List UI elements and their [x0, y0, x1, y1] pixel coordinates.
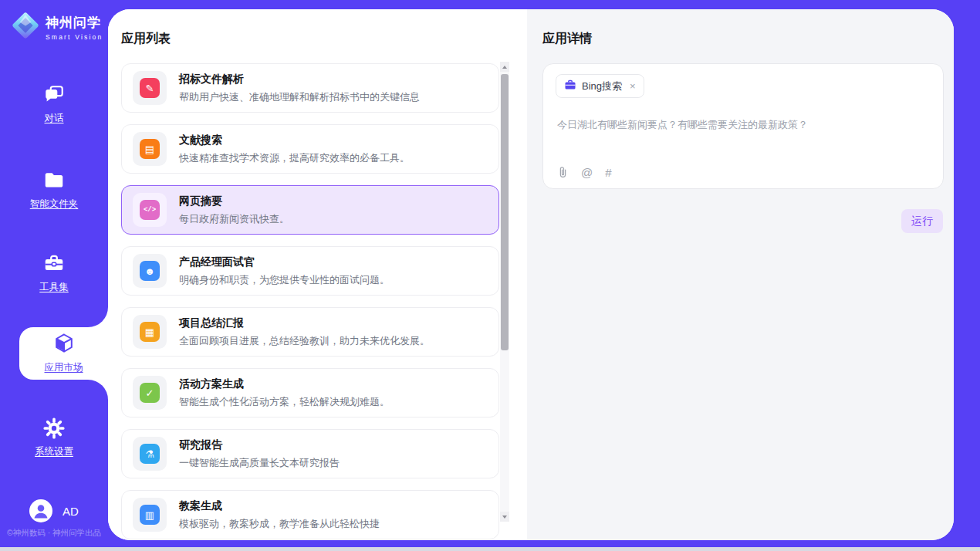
app-icon-frame: ⚗	[133, 437, 167, 471]
books-icon: ▥	[140, 505, 160, 525]
app-name: 活动方案生成	[179, 377, 390, 391]
interviewer-icon: ☻	[140, 261, 160, 281]
sidebar-item-app-market[interactable]: 应用市场	[19, 327, 108, 380]
app-icon-frame: ☻	[133, 254, 167, 288]
clipboard-check-icon: ✓	[140, 383, 160, 403]
mention-at-icon[interactable]: @	[581, 166, 593, 179]
app-desc: 帮助用户快速、准确地理解和解析招标书中的关键信息	[179, 90, 420, 104]
avatar	[29, 499, 52, 522]
window-bottom-edge	[0, 547, 980, 551]
scroll-down-icon	[502, 516, 507, 519]
app-card-lesson-plan[interactable]: ▥ 教案生成 模板驱动，教案秒成，教学准备从此轻松快捷	[121, 490, 499, 539]
app-name: 网页摘要	[179, 194, 289, 208]
scroll-up-icon	[502, 66, 507, 69]
app-card-research-report[interactable]: ⚗ 研究报告 一键智能生成高质量长文本研究报告	[121, 429, 499, 478]
app-card-project-summary[interactable]: ▦ 项目总结汇报 全面回顾项目进展，总结经验教训，助力未来优化发展。	[121, 307, 499, 357]
app-name: 教案生成	[179, 499, 380, 513]
app-card-event-plan[interactable]: ✓ 活动方案生成 智能生成个性化活动方案，轻松解决规划难题。	[121, 368, 499, 417]
scroll-down-button[interactable]	[500, 512, 509, 522]
edit-document-icon: ✎	[140, 78, 160, 98]
hashtag-icon[interactable]: #	[605, 166, 611, 179]
sidebar-item-smart-folder[interactable]: 智能文件夹	[0, 169, 108, 211]
app-detail-title: 应用详情	[542, 31, 592, 47]
app-name: 产品经理面试官	[179, 255, 390, 269]
user-account[interactable]: AD	[29, 499, 79, 522]
app-icon-frame: ▤	[133, 132, 167, 166]
brand-diamond-icon	[9, 9, 42, 45]
app-list-panel: 应用列表 ✎ 招标文件解析 帮助用户快速、准确地理解和解析招标书中的关键信息 ▤…	[108, 9, 527, 540]
app-icon-frame: ✓	[133, 376, 167, 410]
tab-curve-top	[88, 307, 108, 327]
app-card-literature-search[interactable]: ▤ 文献搜索 快速精准查找学术资源，提高研究效率的必备工具。	[121, 124, 499, 174]
sidebar-item-label: 工具集	[0, 281, 108, 294]
book-icon: ▤	[140, 139, 160, 159]
app-card-pm-interviewer[interactable]: ☻ 产品经理面试官 明确身份和职责，为您提供专业性的面试问题。	[121, 246, 499, 296]
brand-subtitle: Smart Vision	[46, 33, 103, 41]
tool-chip-bing-search[interactable]: Bing搜索 ×	[556, 74, 644, 98]
brand-name: 神州问学	[46, 14, 103, 32]
tab-curve-bottom	[88, 380, 108, 400]
chat-icon	[0, 83, 108, 106]
sidebar-item-label: 对话	[0, 112, 108, 125]
app-detail-panel: 应用详情 Bing搜索 × 今日湖北有哪些新闻要点？有哪些需要关注的最新政策？	[527, 9, 954, 540]
app-desc: 全面回顾项目进展，总结经验教训，助力未来优化发展。	[179, 334, 430, 348]
app-name: 招标文件解析	[179, 73, 420, 86]
app-desc: 快速精准查找学术资源，提高研究效率的必备工具。	[179, 151, 410, 165]
app-desc: 智能生成个性化活动方案，轻松解决规划难题。	[179, 395, 390, 409]
briefcase-icon	[564, 79, 576, 93]
app-icon-frame: ✎	[133, 71, 167, 105]
app-desc: 一键智能生成高质量长文本研究报告	[179, 456, 340, 470]
sidebar-item-chat[interactable]: 对话	[0, 83, 108, 125]
app-desc: 明确身份和职责，为您提供专业性的面试问题。	[179, 273, 390, 287]
sidebar-item-toolset[interactable]: 工具集	[0, 252, 108, 294]
run-button[interactable]: 运行	[901, 209, 943, 233]
app-list-title: 应用列表	[121, 31, 171, 47]
app-card-bid-doc-parse[interactable]: ✎ 招标文件解析 帮助用户快速、准确地理解和解析招标书中的关键信息	[121, 63, 499, 113]
input-toolbar: @ #	[557, 166, 612, 179]
app-name: 研究报告	[179, 438, 340, 452]
browser-code-icon: </>	[140, 200, 160, 220]
sidebar-item-label: 系统设置	[0, 445, 108, 458]
app-name: 项目总结汇报	[179, 316, 430, 330]
calendar-icon: ▦	[140, 322, 160, 342]
app-icon-frame: ▥	[133, 498, 167, 532]
app-desc: 每日政府新闻资讯快查。	[179, 212, 289, 226]
scrollbar[interactable]	[500, 62, 509, 522]
app-card-web-summary[interactable]: </> 网页摘要 每日政府新闻资讯快查。	[121, 185, 499, 235]
app-icon-frame: </>	[133, 193, 167, 227]
flask-icon: ⚗	[140, 444, 160, 464]
query-text-input[interactable]: 今日湖北有哪些新闻要点？有哪些需要关注的最新政策？	[557, 117, 931, 133]
cube-icon	[19, 331, 108, 356]
sidebar-item-label: 应用市场	[19, 361, 108, 374]
scrollbar-thumb[interactable]	[501, 74, 509, 350]
close-icon[interactable]: ×	[630, 80, 636, 92]
main-content: 应用列表 ✎ 招标文件解析 帮助用户快速、准确地理解和解析招标书中的关键信息 ▤…	[108, 9, 954, 540]
app-name: 文献搜索	[179, 134, 410, 147]
app-card-list: ✎ 招标文件解析 帮助用户快速、准确地理解和解析招标书中的关键信息 ▤ 文献搜索…	[121, 63, 499, 540]
prompt-input-card: Bing搜索 × 今日湖北有哪些新闻要点？有哪些需要关注的最新政策？ @ #	[542, 63, 944, 189]
folder-icon	[0, 169, 108, 192]
tool-chip-label: Bing搜索	[582, 79, 622, 93]
app-desc: 模板驱动，教案秒成，教学准备从此轻松快捷	[179, 517, 380, 531]
sidebar-item-label: 智能文件夹	[0, 198, 108, 211]
sidebar-item-settings[interactable]: 系统设置	[0, 417, 108, 458]
sidebar: 神州问学 Smart Vision 对话 智能文件夹	[0, 0, 108, 551]
brand-logo: 神州问学 Smart Vision	[9, 9, 103, 45]
attachment-paperclip-icon[interactable]	[557, 166, 569, 179]
gear-icon	[0, 417, 108, 440]
toolbox-icon	[0, 252, 108, 276]
user-initials: AD	[63, 505, 79, 518]
scroll-up-button[interactable]	[500, 62, 509, 72]
app-icon-frame: ▦	[133, 315, 167, 349]
copyright-text: ©神州数码 · 神州问学出品	[7, 528, 101, 539]
